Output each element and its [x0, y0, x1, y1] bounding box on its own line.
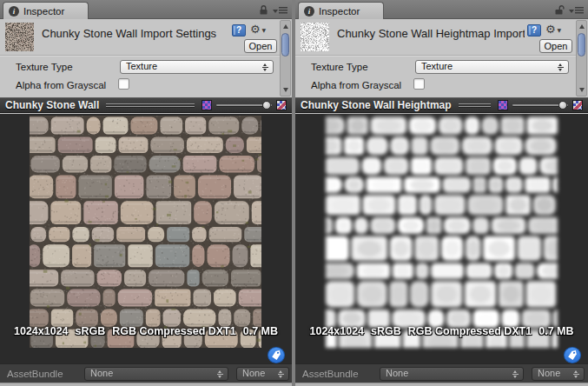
assetbundle-dropdown[interactable]: None	[380, 367, 524, 381]
dropdown-arrows-icon	[573, 370, 579, 378]
asset-title: Chunky Stone Wall Import Settings	[42, 27, 216, 40]
scrollbar[interactable]	[280, 20, 291, 96]
help-icon[interactable]: ?	[232, 24, 246, 37]
rgb-channels-icon[interactable]	[498, 100, 508, 110]
open-button[interactable]: Open	[539, 39, 572, 53]
texture-preview-area: 1024x1024sRGBRGB Compressed DXT10.7 MB	[0, 114, 292, 363]
inspector-panel-left: i Inspector Chunky Stone Wall Import Set…	[0, 0, 292, 386]
texture-preview-image	[30, 116, 261, 348]
texture-type-label: Texture Type	[16, 62, 73, 72]
dropdown-arrows-icon	[278, 370, 284, 378]
gear-icon[interactable]: ⚙▼	[250, 23, 265, 37]
asset-title: Chunky Stone Wall Heightmap Import Setti…	[337, 27, 525, 40]
texture-filesize: 0.7 MB	[243, 325, 278, 337]
assetbundle-row: AssetBundle None None	[295, 363, 588, 383]
scrollbar-thumb[interactable]	[578, 33, 585, 57]
tab-bar: i Inspector	[0, 0, 292, 19]
dropdown-arrows-icon	[217, 370, 223, 378]
import-settings-section: Chunky Stone Wall Import Settings ? ⚙▼ O…	[0, 19, 292, 97]
assetbundle-dropdown[interactable]: None	[84, 367, 228, 381]
info-icon: i	[9, 6, 19, 17]
drag-handle-icon[interactable]	[106, 103, 195, 108]
alpha-from-grayscale-checkbox[interactable]	[118, 78, 129, 90]
tag-icon	[270, 349, 282, 361]
alpha-from-grayscale-label: Alpha from Grayscale	[311, 80, 401, 90]
texture-colorspace: sRGB	[371, 325, 401, 337]
texture-colorspace: sRGB	[76, 325, 106, 337]
texture-info-bar: 1024x1024sRGBRGB Compressed DXT10.7 MB	[0, 325, 292, 337]
asset-thumbnail	[301, 23, 329, 51]
asset-labels-button[interactable]	[268, 347, 285, 363]
dropdown-arrows-icon	[262, 63, 268, 71]
scroll-down-icon[interactable]	[579, 88, 585, 92]
texture-type-dropdown[interactable]: Texture	[120, 60, 274, 74]
slider-knob[interactable]	[262, 101, 271, 110]
asset-thumbnail	[5, 23, 34, 51]
assetbundle-label: AssetBundle	[7, 369, 63, 379]
tag-icon	[566, 349, 578, 361]
assetbundle-label: AssetBundle	[302, 369, 359, 379]
texture-format: RGB Compressed DXT1	[112, 325, 235, 337]
texture-info-bar: 1024x1024sRGBRGB Compressed DXT10.7 MB	[295, 325, 588, 337]
mip-level-slider[interactable]	[216, 100, 272, 110]
open-button[interactable]: Open	[244, 39, 277, 53]
texture-preview-area: 1024x1024sRGBRGB Compressed DXT10.7 MB	[295, 114, 588, 363]
asset-labels-button[interactable]	[564, 347, 581, 363]
assetbundle-row: AssetBundle None None	[0, 363, 292, 383]
scrollbar-thumb[interactable]	[281, 33, 289, 57]
assetbundle-variant-dropdown[interactable]: None	[532, 367, 585, 381]
gear-icon[interactable]: ⚙▼	[545, 23, 560, 37]
dropdown-arrows-icon	[512, 370, 519, 378]
info-icon: i	[304, 6, 314, 17]
help-icon[interactable]: ?	[527, 24, 541, 37]
inspector-panel-right: i Inspector Chunky Stone Wall Heightmap …	[295, 0, 588, 386]
tab-label: Inspector	[319, 6, 360, 17]
tab-label: Inspector	[23, 6, 64, 17]
alpha-from-grayscale-label: Alpha from Grayscale	[16, 80, 106, 90]
mip-level-slider[interactable]	[512, 100, 568, 110]
lock-open-icon[interactable]	[555, 4, 565, 16]
context-menu-icon[interactable]	[273, 7, 287, 15]
texture-type-dropdown[interactable]: Texture	[415, 60, 569, 74]
preview-header[interactable]: Chunky Stone Wall Heightmap	[295, 97, 588, 113]
texture-format: RGB Compressed DXT1	[408, 325, 532, 337]
resize-strip[interactable]	[295, 383, 588, 386]
import-settings-section: Chunky Stone Wall Heightmap Import Setti…	[295, 19, 588, 97]
texture-filesize: 0.7 MB	[538, 325, 573, 337]
header-separator	[0, 55, 280, 56]
scroll-up-icon[interactable]	[579, 24, 585, 29]
texture-type-label: Texture Type	[311, 62, 368, 72]
preview-title: Chunky Stone Wall	[5, 99, 99, 111]
rgb-channels-icon[interactable]	[202, 100, 212, 110]
assetbundle-variant-dropdown[interactable]: None	[236, 367, 289, 381]
scrollbar[interactable]	[576, 20, 587, 96]
drag-handle-icon[interactable]	[459, 103, 491, 108]
alpha-checker-icon[interactable]	[572, 100, 583, 110]
scroll-up-icon[interactable]	[283, 24, 288, 29]
lock-closed-icon[interactable]	[259, 4, 268, 16]
scroll-down-icon[interactable]	[283, 88, 288, 92]
header-separator	[295, 55, 576, 56]
texture-dimensions: 1024x1024	[309, 325, 364, 337]
dropdown-arrows-icon	[558, 63, 564, 71]
preview-header[interactable]: Chunky Stone Wall	[0, 97, 292, 113]
texture-preview-image	[326, 116, 558, 348]
resize-strip[interactable]	[0, 383, 292, 386]
preview-title: Chunky Stone Wall Heightmap	[301, 99, 452, 111]
alpha-checker-icon[interactable]	[276, 100, 287, 110]
alpha-from-grayscale-checkbox[interactable]	[413, 78, 425, 90]
tab-bar: i Inspector	[295, 0, 588, 19]
tab-inspector[interactable]: i Inspector	[298, 2, 384, 19]
context-menu-icon[interactable]	[569, 7, 584, 15]
tab-inspector[interactable]: i Inspector	[3, 2, 89, 19]
texture-dimensions: 1024x1024	[14, 325, 69, 337]
slider-knob[interactable]	[558, 101, 567, 110]
